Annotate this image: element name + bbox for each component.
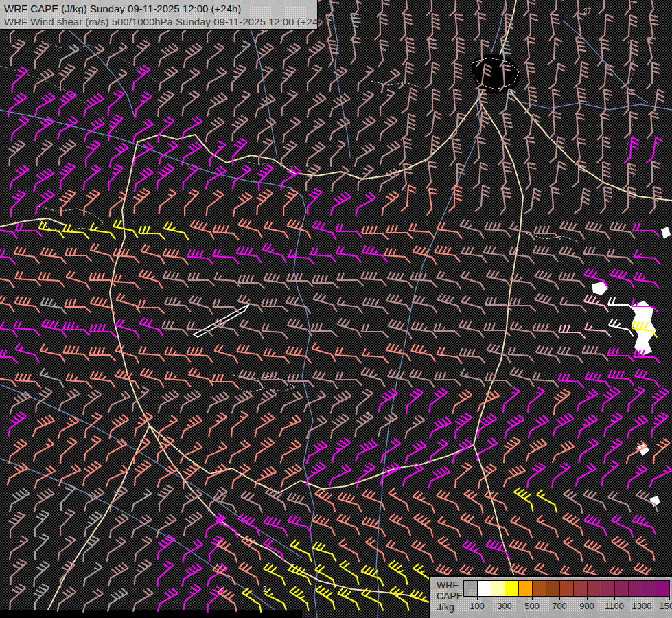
wind-barb — [90, 371, 115, 388]
wind-barb — [336, 372, 362, 386]
wind-barb — [375, 14, 388, 41]
wind-barb — [307, 441, 327, 464]
legend-color-cell — [615, 581, 629, 596]
wind-barb — [10, 489, 30, 512]
wind-barb — [553, 413, 574, 436]
wind-barb — [389, 488, 409, 512]
wind-barb — [66, 271, 90, 290]
wind-barb — [286, 296, 311, 314]
wind-barb — [414, 514, 433, 538]
wind-barb — [600, 187, 612, 214]
wind-barb — [262, 243, 286, 262]
wind-barb — [400, 14, 412, 41]
wind-barb — [585, 372, 610, 389]
wind-barb — [437, 222, 462, 239]
wind-barb — [576, 464, 596, 486]
wind-barb — [485, 222, 511, 237]
wind-barb — [158, 464, 178, 487]
wind-barb — [435, 246, 460, 262]
wind-barb — [184, 512, 202, 536]
wind-barb — [40, 298, 66, 314]
wind-barb — [382, 191, 399, 216]
wind-barb — [329, 464, 351, 486]
legend-color-cell — [546, 581, 560, 596]
wind-barb — [83, 536, 99, 562]
wind-barb — [452, 14, 463, 41]
wind-barb — [108, 391, 130, 413]
wind-barb — [218, 588, 237, 612]
wind-barb — [15, 343, 39, 362]
wind-barb — [380, 141, 400, 165]
wind-barb — [213, 493, 236, 513]
wind-barb — [116, 293, 140, 312]
wind-barb — [308, 65, 322, 91]
wind-barb — [608, 491, 631, 512]
weather-chart: 9272 WRF CAPE (J/kg) Sunday 09-11-2025 1… — [0, 0, 672, 618]
wind-barb — [110, 514, 128, 538]
wind-barb — [139, 346, 165, 361]
wind-barb — [290, 540, 312, 562]
wind-barb — [380, 169, 399, 192]
map-canvas: 9272 — [0, 0, 672, 618]
wind-barb — [332, 438, 350, 463]
wind-barb — [182, 142, 202, 165]
wind-barb — [633, 223, 660, 237]
wind-barb — [283, 190, 298, 216]
legend-colorbar — [463, 580, 670, 597]
wind-barb — [139, 317, 163, 336]
wind-barb — [523, 0, 535, 16]
wind-barb — [84, 165, 101, 190]
wind-barb — [635, 369, 660, 387]
wind-barb — [308, 41, 325, 67]
wind-barb — [337, 514, 360, 535]
wind-barb — [340, 561, 359, 585]
wind-barb — [450, 139, 462, 165]
wind-barb — [338, 492, 361, 512]
wind-barb — [58, 416, 79, 439]
wind-barb — [429, 388, 447, 413]
wind-barb — [230, 440, 251, 463]
wind-barb — [336, 224, 362, 238]
wind-barb — [335, 347, 361, 363]
cape-fill-patch — [661, 227, 671, 239]
wind-barb — [553, 441, 575, 463]
wind-barb — [389, 514, 410, 536]
country-border — [150, 426, 415, 596]
wind-barb — [207, 68, 227, 91]
wind-barb — [133, 588, 153, 612]
wind-barb — [378, 40, 389, 67]
legend-color-cell — [464, 581, 478, 596]
wind-barb — [355, 144, 375, 167]
wind-barb — [15, 271, 41, 286]
wind-barb — [163, 271, 188, 288]
cape-contour-line — [371, 81, 421, 88]
wind-barb — [426, 161, 437, 188]
legend-tick-label: 1100 — [605, 601, 624, 611]
wind-barb — [610, 268, 634, 288]
wind-barb — [602, 387, 620, 412]
wind-barb — [602, 461, 618, 486]
legend-tick — [669, 596, 670, 600]
wind-barb — [623, 15, 637, 41]
wind-barb — [501, 113, 513, 140]
wind-barb — [83, 589, 103, 613]
legend-tick — [559, 596, 560, 600]
chart-title-cape: WRF CAPE (J/kg) Sunday 09-11-2025 12:00 … — [4, 2, 317, 15]
wind-barb — [308, 189, 322, 215]
legend-color-cell — [642, 581, 656, 596]
wind-barb — [533, 246, 558, 262]
wind-barb — [36, 190, 54, 215]
wind-barb — [586, 222, 610, 240]
wind-barb — [509, 298, 536, 312]
wind-barb — [612, 537, 631, 561]
wind-barb — [40, 368, 64, 387]
wind-barb — [427, 89, 441, 116]
wind-barb — [428, 466, 450, 488]
wind-barb — [264, 516, 287, 536]
chart-title-windshear: WRF Wind shear (m/s) 500/1000hPa Sunday … — [4, 15, 317, 28]
wind-barb — [526, 439, 547, 461]
wind-barb — [652, 388, 669, 413]
wind-barb — [58, 587, 76, 612]
wind-barb — [524, 62, 535, 89]
wind-barb — [159, 189, 176, 214]
